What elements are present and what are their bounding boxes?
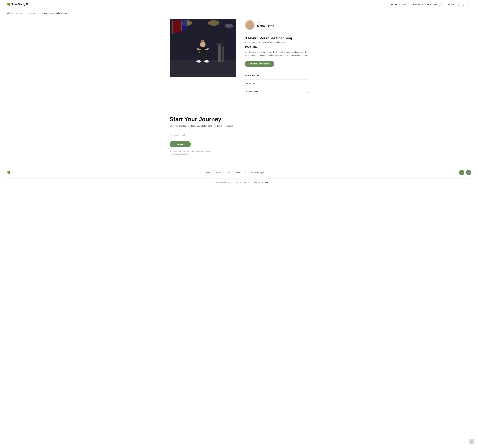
svg-rect-10 <box>222 46 224 62</box>
facebook-icon: f <box>462 171 462 174</box>
accordion-perfect-for: Perfect For ⌄ <box>245 80 308 88</box>
footer-link-about[interactable]: About <box>226 171 232 174</box>
accordions: What's Included ⌄ Perfect For ⌄ Coach De… <box>245 71 308 96</box>
footer-link-grandview[interactable]: Grandview Gym <box>250 171 264 174</box>
journey-signup-button[interactable]: Sign Up <box>170 141 191 147</box>
coach-divider <box>245 33 308 33</box>
facebook-button[interactable]: f <box>459 170 465 175</box>
nav-signup-button[interactable]: Sign Up <box>458 2 471 7</box>
footer-socials: f 📷 <box>459 170 471 175</box>
site-name: The Body Biz <box>12 3 31 6</box>
footer: 🌿 Home Coaches About Testimonials Grandv… <box>0 164 478 187</box>
footer-link-testimonials[interactable]: Testimonials <box>235 171 246 174</box>
footer-link-coaches[interactable]: Coaches <box>215 171 223 174</box>
nav-links: Coaches About Testimonials Grandview Gym… <box>389 2 471 7</box>
svg-rect-5 <box>172 20 181 33</box>
nav-link-testimonials[interactable]: Testimonials <box>411 3 423 6</box>
svg-rect-9 <box>218 44 221 62</box>
journey-subtitle: Enter your email and we'll send you a fo… <box>170 125 308 127</box>
instagram-button[interactable]: 📷 <box>466 170 471 175</box>
accordion-whats-included: What's Included ⌄ <box>245 71 308 80</box>
svg-rect-8 <box>181 20 182 31</box>
accordion-perfect-for-header[interactable]: Perfect For ⌄ <box>245 80 308 88</box>
coach-avatar <box>245 20 255 30</box>
nav-link-grandview[interactable]: Grandview Gym <box>427 3 442 6</box>
journey-title: Start Your Journey <box>170 116 308 123</box>
breadcrumb: All Coaches › Mattie Betts › Mattie Bett… <box>0 9 478 17</box>
product-description: Your transformation starts here. Our 3-m… <box>245 50 308 57</box>
logo-leaf-icon: 🌿 <box>7 3 10 6</box>
product-title: 3 Month Personal Coaching <box>245 36 308 40</box>
chevron-down-icon-3: ⌄ <box>306 90 308 93</box>
nav-link-about[interactable]: About <box>402 3 407 6</box>
nav-link-coaches[interactable]: Coaches <box>389 3 397 6</box>
svg-point-23 <box>204 60 209 63</box>
svg-point-22 <box>196 60 201 63</box>
nav-link-cart[interactable]: Cart (0) <box>447 3 454 6</box>
coach-label: Coach <box>257 22 274 24</box>
svg-point-27 <box>249 22 252 24</box>
purchase-button[interactable]: Purchase Program <box>245 61 274 67</box>
accordion-whats-included-title: What's Included <box>245 74 259 76</box>
accordion-whats-included-header[interactable]: What's Included ⌄ <box>245 71 308 79</box>
svg-point-19 <box>201 40 204 43</box>
footer-copyright: © 2024 The Body Biz. All rights reserved… <box>7 178 471 183</box>
coach-info: Coach Mattie Betts <box>245 20 308 30</box>
product-section: Coach Mattie Betts 3 Month Personal Coac… <box>163 17 315 105</box>
gym-background-svg <box>170 19 236 77</box>
accordion-coach-details-header[interactable]: Coach Details ⌄ <box>245 88 308 96</box>
coach-avatar-svg <box>245 20 255 30</box>
footer-developer-link[interactable]: Lauf. <box>264 181 268 183</box>
breadcrumb-sep-2: › <box>31 12 32 14</box>
svg-point-28 <box>247 26 253 30</box>
breadcrumb-current: Mattie Betts 3 Month Personal Coaching <box>33 12 68 14</box>
svg-rect-15 <box>200 46 206 54</box>
breadcrumb-sep-1: › <box>18 12 19 14</box>
footer-logo-icon: 🌿 <box>7 171 10 174</box>
svg-point-24 <box>201 44 203 44</box>
product-image-container <box>170 19 236 96</box>
product-image <box>170 19 236 77</box>
svg-point-25 <box>245 20 255 30</box>
chevron-down-icon-2: ⌄ <box>306 82 308 85</box>
svg-point-3 <box>208 20 219 26</box>
svg-point-11 <box>215 43 224 45</box>
site-logo[interactable]: 🌿 The Body Biz <box>7 3 31 6</box>
product-info: Coach Mattie Betts 3 Month Personal Coac… <box>245 19 308 96</box>
svg-rect-7 <box>181 20 187 30</box>
breadcrumb-all-coaches[interactable]: All Coaches <box>7 12 17 14</box>
footer-main: 🌿 Home Coaches About Testimonials Grandv… <box>7 170 471 175</box>
accordion-perfect-for-title: Perfect For <box>245 82 255 85</box>
chevron-down-icon: ⌄ <box>306 74 308 77</box>
coach-text: Coach Mattie Betts <box>257 22 274 28</box>
footer-links: Home Coaches About Testimonials Grandvie… <box>206 171 264 174</box>
accordion-coach-details-title: Coach Details <box>245 90 258 93</box>
breadcrumb-coach[interactable]: Mattie Betts <box>20 12 30 14</box>
svg-point-4 <box>225 24 233 28</box>
email-input[interactable] <box>170 133 214 138</box>
coach-name: Mattie Betts <box>257 24 274 28</box>
email-input-wrapper <box>170 133 308 138</box>
product-subtitle: + One Time $210 VO2/RMR/Fit3D Testing Fe… <box>245 41 308 44</box>
svg-rect-1 <box>170 60 236 77</box>
navbar: 🌿 The Body Biz Coaches About Testimonial… <box>0 0 478 9</box>
footer-link-home[interactable]: Home <box>206 171 211 174</box>
svg-rect-6 <box>172 20 173 34</box>
product-price: $625 / mo. <box>245 45 308 48</box>
accordion-coach-details: Coach Details ⌄ <box>245 88 308 96</box>
terms-text: By clicking Sign Up you're confirming th… <box>170 150 214 155</box>
svg-point-26 <box>248 22 252 26</box>
instagram-icon: 📷 <box>467 171 470 174</box>
journey-section: Start Your Journey Enter your email and … <box>163 105 315 164</box>
